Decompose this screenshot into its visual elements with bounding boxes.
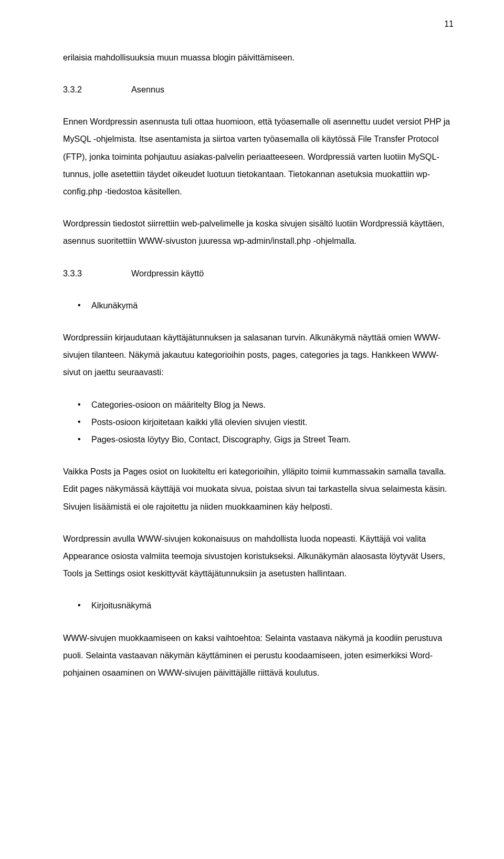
heading-text: Wordpressin käyttö <box>131 265 204 282</box>
list-item: Posts-osioon kirjoitetaan kaikki yllä ol… <box>63 413 454 431</box>
bullet-list-alkunakyma: Alkunäkymä <box>63 297 454 314</box>
paragraph-asennus-1: Ennen Wordpressin asennusta tuli ottaa h… <box>63 113 454 200</box>
heading-asennus: 3.3.2 Asennus <box>63 81 454 98</box>
bullet-list-categories: Categories-osioon on määritelty Blog ja … <box>63 396 454 449</box>
paragraph-intro: erilaisia mahdollisuuksia muun muassa bl… <box>63 49 454 66</box>
list-item: Alkunäkymä <box>63 297 454 314</box>
heading-number: 3.3.3 <box>63 265 131 282</box>
heading-number: 3.3.2 <box>63 81 131 98</box>
paragraph-posts-pages: Vaikka Posts ja Pages osiot on luokitelt… <box>63 463 454 515</box>
heading-wordpressin-kaytto: 3.3.3 Wordpressin käyttö <box>63 265 454 282</box>
paragraph-asennus-2: Wordpressin tiedostot siirrettiin web-pa… <box>63 215 454 250</box>
page-number: 11 <box>63 16 454 33</box>
paragraph-kirjoitusnakyma: WWW-sivujen muokkaamiseen on kaksi vaiht… <box>63 629 454 682</box>
list-item: Kirjoitusnäkymä <box>63 597 454 614</box>
heading-text: Asennus <box>131 81 164 98</box>
paragraph-appearance: Wordpressin avulla WWW-sivujen kokonaisu… <box>63 530 454 583</box>
bullet-list-kirjoitusnakyma: Kirjoitusnäkymä <box>63 597 454 614</box>
list-item: Categories-osioon on määritelty Blog ja … <box>63 396 454 413</box>
paragraph-alkunakyma: Wordpressiin kirjaudutaan käyttäjätunnuk… <box>63 329 454 381</box>
list-item: Pages-osiosta löytyy Bio, Contact, Disco… <box>63 431 454 448</box>
